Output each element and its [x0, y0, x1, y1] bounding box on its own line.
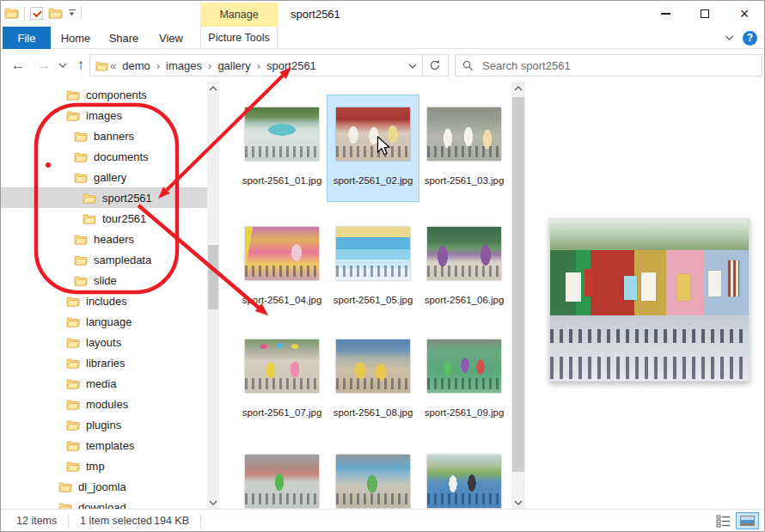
items-count: 12 items: [16, 510, 57, 532]
thumbnail-view-button-active[interactable]: [736, 512, 759, 529]
tree-item-includes[interactable]: includes: [1, 290, 207, 311]
scroll-up-icon[interactable]: [207, 82, 219, 95]
tree-item-modules[interactable]: modules: [1, 394, 207, 414]
tree-item-headers[interactable]: headers: [1, 229, 207, 249]
tree-item-language[interactable]: language: [1, 311, 207, 332]
file-item[interactable]: sport-2561_09.jpg: [419, 327, 510, 433]
file-item[interactable]: sport-2561_03.jpg: [419, 95, 510, 201]
photo-thumbnail: [245, 227, 319, 280]
breadcrumb-segment-demo[interactable]: demo: [118, 59, 155, 72]
ribbon-tab-row: File Home Share View Picture Tools: [1, 27, 764, 49]
address-dropdown-chevron-icon[interactable]: [408, 59, 417, 72]
content-scrollbar[interactable]: [511, 82, 525, 510]
file-explorer-window: Manage sport2561 × File Home Share View …: [0, 0, 765, 532]
breadcrumb-segment-sport2561[interactable]: sport2561: [262, 59, 321, 72]
search-box[interactable]: [455, 54, 762, 76]
preview-banner: [566, 272, 581, 302]
folder-icon: [83, 193, 96, 204]
tree-scrollbar[interactable]: [207, 82, 219, 510]
scroll-down-icon[interactable]: [207, 496, 219, 510]
back-button[interactable]: ←: [8, 49, 28, 82]
file-item-selected[interactable]: sport-2561_02.jpg: [327, 95, 419, 201]
tab-picture-tools[interactable]: Picture Tools: [200, 27, 278, 49]
photo-thumbnail: [427, 227, 501, 280]
folder-icon: [74, 275, 88, 286]
tree-item-libraries[interactable]: libraries: [1, 352, 207, 373]
tree-item-banners[interactable]: banners: [1, 125, 207, 146]
preview-banner: [641, 272, 656, 301]
tree-item-gallery[interactable]: gallery: [1, 167, 207, 187]
tab-file[interactable]: File: [3, 27, 51, 49]
new-folder-icon[interactable]: [48, 7, 63, 19]
folder-icon: [66, 358, 80, 369]
scroll-up-icon[interactable]: [511, 82, 525, 95]
close-button[interactable]: ×: [725, 1, 764, 27]
tree-item-download[interactable]: download: [1, 497, 207, 510]
content-scrollbar-thumb[interactable]: [512, 97, 524, 472]
tree-item-tour2561[interactable]: tour2561: [1, 208, 207, 229]
address-bar[interactable]: « demo › images › gallery › sport2561: [89, 54, 423, 76]
up-button[interactable]: ↑: [71, 49, 90, 82]
file-item[interactable]: [419, 443, 510, 510]
file-item[interactable]: [236, 443, 327, 510]
help-button[interactable]: ?: [743, 31, 757, 46]
tree-scrollbar-thumb[interactable]: [208, 245, 218, 309]
tree-item-sampledata[interactable]: sampledata: [1, 249, 207, 270]
maximize-icon: [701, 9, 709, 18]
tree-item-dl-joomla[interactable]: dl_joomla: [1, 476, 207, 497]
search-input[interactable]: [480, 58, 755, 73]
photo-thumbnail: [245, 455, 319, 508]
selection-size: 194 KB: [154, 510, 189, 532]
folder-icon: [66, 296, 80, 307]
window-title: sport2561: [291, 1, 340, 27]
tree-item-tmp[interactable]: tmp: [1, 456, 207, 476]
tree-item-plugins[interactable]: plugins: [1, 414, 207, 435]
file-item[interactable]: sport-2561_05.jpg: [327, 215, 419, 321]
preview-banner: [728, 260, 739, 297]
breadcrumb-chevron-icon[interactable]: ›: [255, 59, 262, 72]
quick-access-toolbar: [4, 6, 82, 20]
minimize-button[interactable]: [646, 1, 685, 27]
properties-check-icon[interactable]: [30, 7, 43, 20]
breadcrumb-segment-images[interactable]: images: [162, 59, 206, 72]
tree-item-media[interactable]: media: [1, 373, 207, 394]
recent-locations-chevron-icon[interactable]: [56, 49, 70, 82]
preview-banner: [624, 276, 637, 300]
breadcrumb-overflow[interactable]: «: [108, 59, 118, 72]
expand-ribbon-chevron-icon[interactable]: [725, 34, 734, 41]
tree-item-documents[interactable]: documents: [1, 146, 207, 167]
breadcrumb-chevron-icon[interactable]: ›: [206, 59, 213, 72]
forward-button[interactable]: →: [34, 49, 54, 82]
divider: [81, 6, 82, 20]
photo-thumbnail: [336, 455, 410, 508]
file-item[interactable]: [327, 443, 419, 510]
status-bar: 12 items 1 item selected 194 KB: [1, 509, 764, 531]
tab-home[interactable]: Home: [52, 27, 99, 49]
tree-item-sport2561[interactable]: sport2561: [1, 187, 207, 208]
manage-context-tab[interactable]: Manage: [200, 3, 278, 27]
address-folder-icon: [95, 60, 108, 71]
folder-tree: components images banners documents gall…: [1, 82, 207, 510]
tree-item-images[interactable]: images: [1, 105, 207, 125]
details-view-button[interactable]: [716, 514, 731, 528]
file-item[interactable]: sport-2561_07.jpg: [236, 327, 327, 433]
file-item[interactable]: sport-2561_08.jpg: [327, 327, 419, 433]
file-item[interactable]: sport-2561_04.jpg: [236, 215, 327, 321]
refresh-button[interactable]: [422, 54, 449, 76]
breadcrumb-chevron-icon[interactable]: ›: [155, 59, 162, 72]
breadcrumb-segment-gallery[interactable]: gallery: [213, 59, 254, 72]
scroll-down-icon[interactable]: [511, 496, 525, 510]
file-item[interactable]: sport-2561_06.jpg: [419, 215, 510, 321]
search-icon: [462, 60, 474, 71]
file-item[interactable]: sport-2561_01.jpg: [236, 95, 327, 201]
folder-icon: [83, 213, 96, 224]
tab-view[interactable]: View: [149, 27, 193, 49]
tree-item-templates[interactable]: templates: [1, 435, 207, 456]
tree-item-layouts[interactable]: layouts: [1, 332, 207, 352]
maximize-button[interactable]: [685, 1, 725, 27]
tree-item-slide[interactable]: slide: [1, 270, 207, 290]
tab-share[interactable]: Share: [101, 27, 147, 49]
customize-quick-access-icon[interactable]: [68, 9, 76, 17]
tree-item-components[interactable]: components: [1, 84, 207, 105]
photo-thumbnail: [245, 107, 319, 161]
